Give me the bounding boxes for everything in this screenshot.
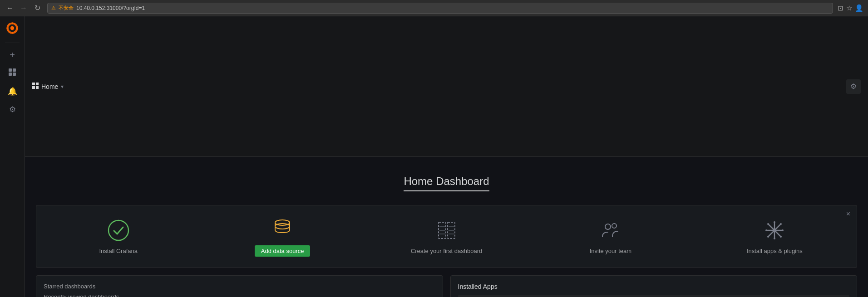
installed-apps-title: Installed Apps [458, 283, 850, 290]
step-datasource-icon [271, 216, 294, 240]
svg-point-15 [108, 220, 128, 240]
svg-rect-10 [13, 73, 16, 76]
svg-point-27 [612, 224, 616, 228]
svg-point-26 [605, 224, 611, 229]
url-text: 10.40.0.152:31000/?orgId=1 [76, 5, 145, 11]
close-panel-button[interactable]: × [846, 210, 850, 218]
chevron-icon: ▾ [61, 83, 64, 90]
app-container: + 🔔 ⚙ [0, 16, 868, 297]
step-team-icon [599, 219, 622, 242]
topbar: Home ▾ ⚙ [25, 16, 868, 157]
sidebar-item-create[interactable]: + [4, 47, 20, 63]
browser-nav: ← → ↻ [5, 3, 43, 14]
home-label[interactable]: Home [41, 83, 58, 90]
step-install-label: Install Grafana [99, 248, 138, 254]
getting-started-panel: × Install Grafana [36, 205, 857, 268]
step-create-dashboard: Create your first dashboard [365, 219, 528, 254]
topbar-left: Home ▾ [32, 83, 64, 91]
svg-point-2 [10, 26, 14, 30]
step-dashboard-icon [435, 219, 459, 242]
dashboards-icon [8, 68, 16, 78]
sidebar-divider [5, 43, 20, 43]
gear-icon: ⚙ [850, 82, 857, 91]
step-install-plugins: Install apps & plugins [693, 219, 857, 254]
sidebar-item-settings[interactable]: ⚙ [4, 101, 20, 117]
grafana-logo[interactable] [4, 20, 20, 36]
bell-icon: 🔔 [8, 87, 17, 96]
step-team-label: Invite your team [590, 248, 632, 254]
topbar-right: ⚙ [846, 79, 861, 94]
page-title-wrapper: Home Dashboard [36, 166, 857, 205]
profile-icon[interactable]: 👤 [855, 4, 863, 12]
step-plugins-icon [763, 219, 786, 242]
right-panel: Installed Apps None installed. Browse Gr… [450, 275, 858, 297]
plus-icon: + [10, 50, 15, 60]
step-invite-team: Invite your team [528, 219, 692, 254]
main-content: Home Dashboard × Install Grafana [25, 157, 868, 297]
config-icon: ⚙ [9, 105, 16, 114]
svg-point-40 [767, 236, 769, 238]
svg-point-34 [774, 238, 775, 239]
refresh-button[interactable]: ↻ [32, 3, 43, 14]
svg-point-38 [780, 236, 782, 238]
svg-rect-12 [36, 83, 39, 85]
svg-point-35 [765, 229, 767, 231]
installed-apps-status: None installed. Browse Grafana.com [458, 295, 850, 297]
installed-apps-section: Installed Apps None installed. Browse Gr… [458, 283, 850, 297]
browser-chrome: ← → ↻ ⚠ 不安全 10.40.0.152:31000/?orgId=1 ⊡… [0, 0, 868, 16]
back-button[interactable]: ← [5, 3, 15, 14]
svg-point-39 [780, 223, 782, 225]
address-bar[interactable]: ⚠ 不安全 10.40.0.152:31000/?orgId=1 [47, 3, 833, 14]
apps-icon[interactable] [32, 83, 39, 91]
page-title: Home Dashboard [404, 175, 489, 191]
bottom-panels: Starred dashboards Recently viewed dashb… [36, 275, 857, 297]
step-dashboard-label: Create your first dashboard [411, 248, 483, 254]
starred-dashboards-link[interactable]: Starred dashboards [44, 283, 435, 290]
recently-viewed-link[interactable]: Recently viewed dashboards [44, 293, 435, 297]
svg-rect-14 [36, 86, 39, 89]
sidebar-item-alerting[interactable]: 🔔 [4, 83, 20, 99]
svg-point-37 [767, 223, 769, 225]
step-install-icon [107, 219, 130, 242]
svg-point-32 [773, 229, 776, 232]
svg-rect-8 [13, 68, 16, 72]
sidebar: + 🔔 ⚙ [0, 16, 25, 297]
forward-button[interactable]: → [18, 3, 29, 14]
cast-icon[interactable]: ⊡ [838, 4, 843, 12]
add-datasource-button[interactable]: Add data source [255, 245, 311, 257]
svg-rect-13 [32, 86, 35, 89]
step-add-datasource: Add data source [200, 216, 364, 257]
security-icon: ⚠ [51, 5, 56, 11]
left-panel: Starred dashboards Recently viewed dashb… [36, 275, 443, 297]
browser-actions: ⊡ ☆ 👤 [838, 4, 863, 12]
svg-rect-11 [32, 83, 35, 85]
svg-point-33 [774, 221, 775, 223]
svg-point-36 [782, 229, 784, 231]
step-install-grafana: Install Grafana [36, 219, 200, 254]
step-plugins-label: Install apps & plugins [747, 248, 803, 254]
content-area: Home ▾ ⚙ Home Dashboard × [25, 16, 868, 297]
svg-rect-7 [9, 68, 12, 72]
svg-rect-9 [9, 73, 12, 76]
bookmark-icon[interactable]: ☆ [846, 4, 852, 12]
security-text: 不安全 [59, 5, 74, 11]
sidebar-item-dashboards[interactable] [4, 65, 20, 81]
dashboard-settings-button[interactable]: ⚙ [846, 79, 861, 94]
